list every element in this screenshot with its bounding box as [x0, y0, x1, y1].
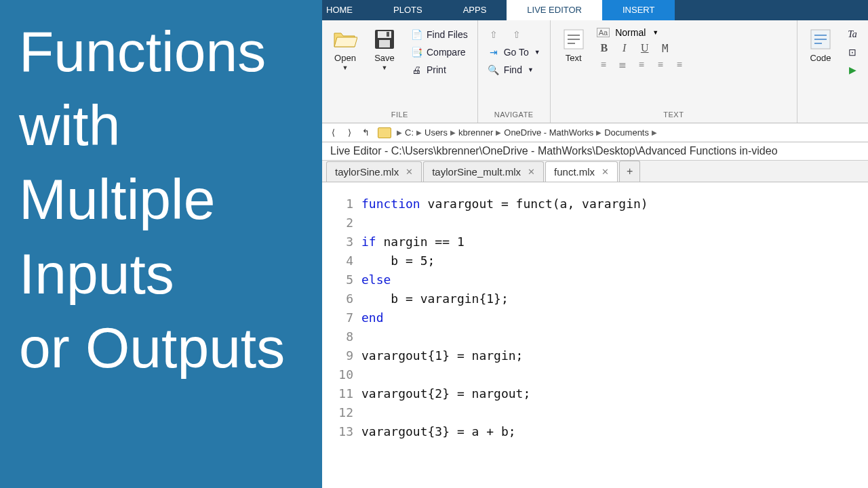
save-button[interactable]: Save ▼	[368, 24, 401, 74]
ribbon-group-navigate: ⇧ ⇧ ⇥ Go To ▼ 🔍 Find ▼ NAVIGATE	[478, 20, 551, 123]
code-line[interactable]: varargout{2} = nargout;	[361, 384, 868, 403]
align-center-icon[interactable]: ≡	[654, 58, 667, 70]
underline-button[interactable]: U	[637, 41, 652, 56]
compare-button[interactable]: 📑 Compare	[408, 45, 471, 60]
refactor-button[interactable]: Ta	[844, 27, 861, 42]
compare-icon: 📑	[410, 46, 422, 58]
breadcrumb-sep-icon: ▶	[652, 129, 657, 136]
breadcrumb-part[interactable]: Documents	[604, 127, 649, 138]
tab-plots[interactable]: PLOTS	[373, 0, 443, 20]
new-tab-button[interactable]: +	[619, 161, 640, 182]
close-icon[interactable]: ✕	[528, 167, 535, 177]
line-number: 1	[322, 195, 353, 214]
doc-tab-taylorsine[interactable]: taylorSine.mlx ✕	[326, 161, 422, 182]
text-icon	[561, 27, 586, 52]
style-picker[interactable]: Aa Normal ▼	[597, 27, 686, 38]
title-line: Inputs	[19, 237, 303, 311]
find-files-icon: 📄	[410, 28, 422, 41]
dropdown-caret-icon: ▼	[652, 29, 658, 36]
code-line[interactable]: b = 5;	[361, 251, 868, 270]
up-icon[interactable]: ⟩	[342, 126, 356, 140]
breadcrumb-part[interactable]: OneDrive - MathWorks	[504, 127, 593, 138]
line-number: 5	[322, 270, 353, 289]
tab-home[interactable]: HOME	[322, 0, 373, 20]
text-btn-label: Text	[566, 53, 582, 63]
code-line[interactable]: b = varargin{1};	[361, 289, 868, 308]
line-number: 3	[322, 232, 353, 251]
tab-apps[interactable]: APPS	[443, 0, 507, 20]
arrow-up-forward-icon: ⇧	[511, 28, 523, 41]
code-line[interactable]: end	[361, 308, 868, 327]
breadcrumb-sep-icon: ▶	[450, 129, 456, 136]
app-window: HOME PLOTS APPS LIVE EDITOR INSERT Open …	[322, 0, 868, 488]
italic-button[interactable]: I	[617, 41, 632, 56]
find-icon: 🔍	[488, 64, 500, 76]
open-button[interactable]: Open ▼	[329, 24, 361, 74]
breadcrumb-sep-icon: ▶	[416, 129, 422, 136]
breadcrumb-sep-icon: ▶	[596, 129, 601, 136]
dropdown-caret-icon: ▼	[342, 64, 349, 71]
code-line[interactable]: varargout{1} = nargin;	[361, 346, 868, 365]
code-line[interactable]: function varargout = funct(a, varargin)	[361, 195, 868, 214]
tab-insert[interactable]: INSERT	[602, 0, 675, 20]
line-number: 6	[322, 289, 353, 308]
code-line[interactable]	[361, 214, 868, 232]
text-button[interactable]: Text	[557, 24, 590, 66]
find-files-button[interactable]: 📄 Find Files	[408, 27, 471, 42]
save-label: Save	[374, 53, 395, 63]
find-button[interactable]: 🔍 Find ▼	[485, 62, 543, 77]
toolstrip-tabs: HOME PLOTS APPS LIVE EDITOR INSERT	[322, 0, 868, 20]
folder-icon	[378, 127, 391, 138]
breadcrumb-sep-icon: ▶	[397, 129, 402, 136]
ribbon-group-label: TEXT	[557, 109, 790, 121]
title-line: Functions	[19, 15, 303, 89]
breadcrumb-part[interactable]: Users	[425, 127, 448, 138]
title-line: with	[19, 89, 303, 163]
print-icon: 🖨	[410, 64, 422, 76]
doc-tab-funct[interactable]: funct.mlx ✕	[545, 161, 618, 182]
folder-open-icon	[333, 27, 357, 52]
nav-back-forward[interactable]: ⇧ ⇧	[485, 27, 543, 42]
breadcrumb-part[interactable]: kbrenner	[458, 127, 493, 138]
ribbon-group-code: Code Ta ⊡ ▶	[797, 20, 868, 123]
ribbon-group-label: NAVIGATE	[485, 109, 543, 121]
align-right-icon[interactable]: ≡	[673, 58, 686, 70]
line-number: 8	[322, 327, 353, 346]
style-aa-icon: Aa	[597, 28, 610, 37]
mono-button[interactable]: M	[658, 41, 673, 56]
code-area[interactable]: function varargout = funct(a, varargin) …	[361, 195, 868, 488]
goto-button[interactable]: ⇥ Go To ▼	[485, 45, 543, 60]
section-break-button[interactable]: ⊡	[844, 45, 861, 60]
open-label: Open	[334, 53, 356, 63]
close-icon[interactable]: ✕	[601, 167, 609, 177]
ribbon-group-text: Text Aa Normal ▼ B I U M ≡	[551, 20, 797, 123]
parent-icon[interactable]: ↰	[359, 126, 372, 140]
tab-live-editor[interactable]: LIVE EDITOR	[507, 0, 602, 20]
print-button[interactable]: 🖨 Print	[408, 62, 471, 77]
ribbon-group-label: FILE	[329, 109, 471, 121]
code-line[interactable]: else	[361, 270, 868, 289]
line-number: 13	[322, 422, 353, 441]
line-number: 2	[322, 214, 353, 232]
code-line[interactable]	[361, 327, 868, 346]
run-section-button[interactable]: ▶	[844, 62, 861, 77]
code-editor[interactable]: 12345678910111213 function varargout = f…	[322, 182, 868, 488]
close-icon[interactable]: ✕	[406, 167, 413, 177]
bullets-icon[interactable]: ≡	[597, 58, 610, 70]
doc-tab-taylorsine-mult[interactable]: taylorSine_mult.mlx ✕	[423, 161, 544, 182]
line-number: 10	[322, 365, 353, 384]
code-line[interactable]: varargout{3} = a + b;	[361, 422, 868, 441]
code-line[interactable]	[361, 365, 868, 384]
code-line[interactable]: if nargin == 1	[361, 232, 868, 251]
svg-rect-2	[379, 40, 390, 47]
breadcrumb-drive[interactable]: C:	[405, 127, 414, 138]
code-button[interactable]: Code	[804, 24, 837, 66]
bold-button[interactable]: B	[597, 41, 612, 56]
back-icon[interactable]: ⟨	[326, 126, 340, 140]
align-left-icon[interactable]: ≡	[635, 58, 648, 70]
breadcrumb-sep-icon: ▶	[496, 129, 501, 136]
run-icon: ▶	[846, 64, 859, 76]
numbering-icon[interactable]: ≣	[616, 58, 629, 70]
code-line[interactable]	[361, 403, 868, 422]
current-folder-toolbar: ⟨ ⟩ ↰ ▶ C: ▶ Users ▶ kbrenner ▶ OneDrive…	[322, 123, 868, 142]
